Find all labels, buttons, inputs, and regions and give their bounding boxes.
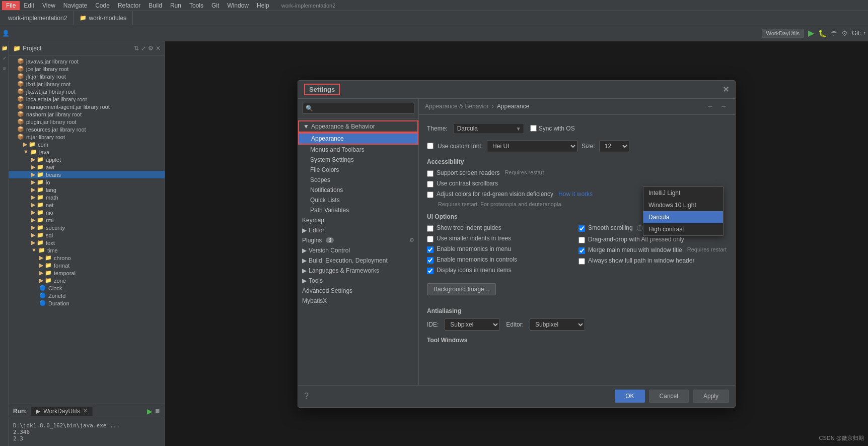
background-image-button[interactable]: Background Image... [427,283,496,295]
support-readers-checkbox[interactable] [427,170,433,177]
activity-structure[interactable]: ≡ [0,63,9,73]
list-item[interactable]: 📦resources.jar library root [9,125,165,133]
list-item[interactable]: 📦rt.jar library root [9,133,165,141]
custom-font-checkbox[interactable] [427,143,433,149]
list-item-clock[interactable]: 🔵Clock [9,284,165,292]
run-stop-icon[interactable]: ⏹ [155,407,161,415]
theme-option-intellij-light[interactable]: IntelliJ Light [643,187,723,199]
list-item[interactable]: ▶ 📁temporal [9,269,165,277]
settings-item-editor[interactable]: ▶ Editor [298,225,418,235]
list-item[interactable]: 📦nashorn.jar library root [9,110,165,118]
settings-item-version-control[interactable]: ▶ Version Control [298,245,418,256]
menu-help[interactable]: Help [253,1,273,10]
list-item[interactable]: ▶ 📁text [9,239,165,246]
list-item[interactable]: ▶ 📁zone [9,277,165,284]
list-item[interactable]: 📦jfxrt.jar library root [9,80,165,88]
list-item[interactable]: ▶ 📁nio [9,209,165,216]
list-item[interactable]: ▶ 📁rmi [9,216,165,224]
dialog-close-button[interactable]: ✕ [722,85,729,94]
run-play-icon[interactable]: ▶ [147,407,153,415]
settings-item-path-variables[interactable]: Path Variables [298,205,418,215]
font-select[interactable]: Hei UI [487,140,577,152]
smooth-scrolling-checkbox[interactable] [578,225,585,232]
ide-aa-select[interactable]: Subpixel Greyscale LCD None [445,318,500,331]
settings-item-languages[interactable]: ▶ Languages & Frameworks [298,266,418,276]
list-item-beans[interactable]: ▶ 📁beans [9,171,165,178]
activity-commit[interactable]: ✓ [0,53,9,62]
menu-navigate[interactable]: Navigate [59,1,91,10]
list-item[interactable]: ▶ 📁lang [9,186,165,194]
settings-item-menus-toolbars[interactable]: Menus and Toolbars [298,145,418,155]
menu-window[interactable]: Window [223,1,253,10]
settings-button[interactable]: ⚙ [841,29,848,37]
list-item-duration[interactable]: 🔵Duration [9,299,165,307]
project-expand-icon[interactable]: ⤢ [141,45,146,52]
menu-run[interactable]: Run [166,1,185,10]
run-close-icon[interactable]: ✕ [83,408,88,414]
tree-indent-checkbox[interactable] [427,225,433,232]
cancel-button[interactable]: Cancel [649,390,689,403]
mnemonics-controls-checkbox[interactable] [427,257,433,264]
theme-option-darcula[interactable]: Darcula [643,211,723,223]
list-item[interactable]: ▶ 📁io [9,178,165,186]
project-close-icon[interactable]: ✕ [156,45,161,52]
list-item[interactable]: ▶ 📁chrono [9,254,165,262]
theme-option-high-contrast[interactable]: High contrast [643,223,723,235]
editor-aa-select[interactable]: Subpixel Greyscale None [530,318,585,331]
help-icon[interactable]: ? [304,392,309,401]
list-item[interactable]: ▶ 📁net [9,201,165,209]
settings-item-appearance[interactable]: Appearance [298,133,418,145]
list-item[interactable]: 📦jce.jar library root [9,65,165,73]
menu-tools[interactable]: Tools [185,1,207,10]
tab-work-modules[interactable]: 📁 work-modules [74,11,133,25]
menu-refactor[interactable]: Refactor [114,1,144,10]
theme-select[interactable]: Darcula IntelliJ Light Windows 10 Light … [454,123,524,134]
list-item[interactable]: ▶ 📁awt [9,163,165,171]
debug-button[interactable]: 🐛 [818,29,827,37]
run-button[interactable]: ▶ [808,28,814,38]
menu-build[interactable]: Build [144,1,166,10]
settings-item-file-colors[interactable]: File Colors [298,165,418,175]
menu-git[interactable]: Git [207,1,223,10]
menu-file[interactable]: File [2,1,20,10]
settings-item-build-execution[interactable]: ▶ Build, Execution, Deployment [298,256,418,266]
smaller-indents-checkbox[interactable] [427,236,433,242]
list-item[interactable]: 📦javaws.jar library root [9,57,165,65]
list-item[interactable]: ▶ 📁security [9,224,165,231]
settings-item-keymap[interactable]: Keymap [298,215,418,225]
menu-view[interactable]: View [38,1,59,10]
sync-os-input[interactable] [530,125,537,132]
tab-work-implementation2[interactable]: work-implementation2 [2,11,74,25]
run-tab[interactable]: ▶ WorkDayUtils ✕ [31,407,93,416]
size-select[interactable]: 12 11 13 14 [599,140,629,152]
drag-drop-checkbox[interactable] [578,237,585,243]
contrast-scrollbars-checkbox[interactable] [427,181,433,187]
menu-code[interactable]: Code [91,1,114,10]
settings-item-quick-lists[interactable]: Quick Lists [298,195,418,205]
merge-menu-checkbox[interactable] [578,247,585,254]
nav-forward-button[interactable]: → [718,101,729,111]
apply-button[interactable]: Apply [693,390,729,403]
icons-menu-checkbox[interactable] [427,268,433,274]
settings-item-notifications[interactable]: Notifications [298,185,418,195]
list-item[interactable]: ▶ 📁applet [9,156,165,163]
full-path-checkbox[interactable] [578,258,585,265]
settings-search-input[interactable] [302,103,414,114]
project-settings-icon[interactable]: ⚙ [148,45,154,52]
list-item-zoneid[interactable]: 🔵ZoneId [9,292,165,299]
mnemonics-menu-checkbox[interactable] [427,246,433,253]
settings-item-scopes[interactable]: Scopes [298,175,418,185]
list-item[interactable]: 📦localedata.jar library root [9,95,165,103]
list-item[interactable]: 📦jfr.jar library root [9,73,165,80]
list-item[interactable]: 📦jfxswt.jar library root [9,88,165,95]
list-item[interactable]: ▶ 📁format [9,262,165,269]
project-sort-icon[interactable]: ⇅ [134,45,139,52]
theme-option-windows10-light[interactable]: Windows 10 Light [643,199,723,211]
settings-item-advanced[interactable]: Advanced Settings [298,286,418,296]
list-item[interactable]: 📦management-agent.jar library root [9,103,165,110]
how-it-works-link[interactable]: How it works [558,190,593,198]
menu-edit[interactable]: Edit [20,1,38,10]
list-item[interactable]: ▶ 📁math [9,194,165,201]
list-item[interactable]: ▶ 📁sql [9,231,165,239]
project-dropdown[interactable]: WorkDayUtils [762,29,804,38]
